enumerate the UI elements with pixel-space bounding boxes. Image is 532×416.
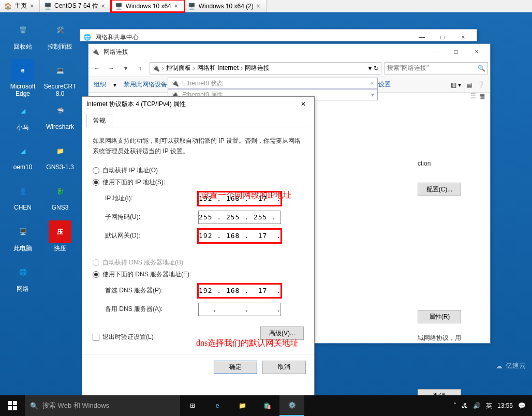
window-network-sharing-center: 🌐 网络和共享中心 — □ × xyxy=(80,29,477,41)
chevron-down-icon[interactable]: ▾ xyxy=(371,91,374,98)
checkbox-icon xyxy=(93,334,99,340)
desktop-icon-edge[interactable]: eMicrosoft Edge xyxy=(4,59,41,99)
radio-auto-ip[interactable]: 自动获得 IP 地址(O) xyxy=(93,166,304,175)
window-title: 网络连接 xyxy=(102,48,425,56)
breadcrumb-item[interactable]: 控制面板 xyxy=(166,64,191,72)
minimize-button[interactable]: — xyxy=(411,30,432,44)
organize-menu[interactable]: 组织 xyxy=(94,80,106,89)
desktop-icon-control[interactable]: 🛠️控制面板 xyxy=(41,19,79,59)
dns1-input[interactable] xyxy=(198,284,281,298)
gateway-label: 默认网关(D): xyxy=(105,231,198,240)
desktop-icon-oem10[interactable]: ◢oem10 xyxy=(4,140,41,180)
description-text: 域网络协议，用 xyxy=(418,334,485,343)
window-title: 网络和共享中心 xyxy=(94,33,411,42)
icons-view-icon[interactable]: ▦ xyxy=(479,93,485,100)
details-view-icon[interactable]: ☰ xyxy=(470,93,476,100)
icon-label: Wireshark xyxy=(46,123,74,130)
tab-general[interactable]: 常规 xyxy=(86,114,112,127)
desktop-icon-gns3v[interactable]: 📁GNS3-1.3 xyxy=(41,140,79,180)
configure-button[interactable]: 配置(C)... xyxy=(418,183,461,196)
up-button[interactable]: ↑ xyxy=(134,62,146,75)
app-icon: ◢ xyxy=(11,140,34,162)
text-fragment: ction xyxy=(418,160,485,167)
close-icon[interactable]: × xyxy=(371,80,374,87)
task-view-button[interactable]: ⊞ xyxy=(180,395,205,416)
close-icon[interactable]: × xyxy=(30,3,36,9)
svg-rect-2 xyxy=(8,406,12,410)
window-ethernet-status[interactable]: 🔌 Ethernet0 状态 × xyxy=(168,78,378,89)
radio-manual-dns[interactable]: 使用下面的 DNS 服务器地址(E): xyxy=(93,270,304,279)
desktop-icon-chen[interactable]: 👤CHEN xyxy=(4,180,41,220)
volume-tray-icon[interactable]: 🔊 xyxy=(473,402,481,409)
dialog-title: Internet 协议版本 4 (TCP/IPv4) 属性 xyxy=(86,100,186,109)
close-icon[interactable]: × xyxy=(257,3,263,9)
store-taskbar-icon[interactable]: 🛍️ xyxy=(255,395,279,416)
forward-button[interactable]: → xyxy=(105,62,117,75)
close-button[interactable]: ✕ xyxy=(297,98,310,110)
minimize-button[interactable]: — xyxy=(425,44,446,59)
desktop-icon-securecrt[interactable]: 💻SecureCRT 8.0 xyxy=(41,59,79,99)
vm-tab-win10-2[interactable]: 🖥️ Windows 10 x64 (2) × xyxy=(184,0,267,12)
close-button[interactable]: × xyxy=(453,30,474,44)
breadcrumb-item[interactable]: 网络连接 xyxy=(245,64,270,72)
subnet-mask-input[interactable] xyxy=(198,211,281,224)
control-panel-icon: 🛠️ xyxy=(49,19,71,41)
desktop-icon-kuaiya[interactable]: 压快压 xyxy=(41,220,79,261)
close-icon[interactable]: × xyxy=(101,3,108,9)
desktop-icon-thispc[interactable]: 🖥️此电脑 xyxy=(4,220,41,261)
edge-taskbar-icon[interactable]: e xyxy=(205,395,230,416)
vm-icon: 🖥️ xyxy=(115,3,123,10)
breadcrumb-item[interactable]: 网络和 Internet xyxy=(197,64,239,72)
taskbar-search[interactable]: 🔍 搜索 Web 和 Windows xyxy=(25,395,180,416)
dns2-label: 备用 DNS 服务器(A): xyxy=(105,305,198,314)
description-text: 如果网络支持此功能，则可以获取自动指派的 IP 设置。否则，你需要从网络系统管理… xyxy=(93,136,304,157)
close-icon[interactable]: × xyxy=(174,3,181,9)
clock[interactable]: 13:55 xyxy=(497,402,513,409)
dialog-button-bar: 确定 取消 xyxy=(82,354,314,380)
breadcrumb[interactable]: 🔌 › 控制面板 › 网络和 Internet › 网络连接 ▾ ↻ xyxy=(150,62,381,75)
desktop-icon-recycle[interactable]: 🗑️回收站 xyxy=(4,19,41,59)
desktop-icon-grid: 🗑️回收站 🛠️控制面板 eMicrosoft Edge 💻SecureCRT … xyxy=(4,19,79,301)
radio-auto-dns: 自动获得 DNS 服务器地址(B) xyxy=(93,258,304,267)
radio-icon xyxy=(93,167,99,174)
desktop-icon-wireshark[interactable]: 🦈Wireshark xyxy=(41,99,79,140)
desktop-icon-gns3[interactable]: 🐉GNS3 xyxy=(41,180,79,220)
recent-button[interactable]: ▾ xyxy=(120,62,132,75)
properties-button[interactable]: 属性(R) xyxy=(418,310,461,323)
network-tray-icon[interactable]: 🖧 xyxy=(462,402,468,409)
dns2-input[interactable] xyxy=(198,303,281,316)
chevron-down-icon[interactable]: ▾ xyxy=(368,65,372,72)
file-explorer-taskbar-icon[interactable]: 📁 xyxy=(230,395,255,416)
vm-tab-win10[interactable]: 🖥️ Windows 10 x64 × xyxy=(111,0,184,12)
radio-icon xyxy=(93,259,99,266)
validate-on-exit-checkbox[interactable]: 退出时验证设置(L) xyxy=(93,333,154,341)
radio-label: 使用下面的 IP 地址(S): xyxy=(102,178,165,187)
radio-label: 自动获得 DNS 服务器地址(B) xyxy=(102,258,183,267)
tray-chevron-icon[interactable]: ˄ xyxy=(453,402,456,409)
maximize-button[interactable]: □ xyxy=(432,30,453,44)
ime-tray-icon[interactable]: 英 xyxy=(486,402,492,410)
desktop-icon-xiaoma[interactable]: ◢小马 xyxy=(4,99,41,140)
annotation-dns-note: dns选择我们的默认网关地址 xyxy=(196,338,299,349)
view-switch[interactable]: ☰ ▦ xyxy=(470,93,485,100)
desktop-icon-network[interactable]: 🌐网络 xyxy=(4,261,41,301)
view-dropdown-icon[interactable]: ▥ ▾ xyxy=(451,81,461,88)
refresh-icon[interactable]: ↻ xyxy=(374,65,379,72)
network-icon: 🌐 xyxy=(83,34,91,41)
vm-tab-centos[interactable]: 🖥️ CentOS 7 64 位 × xyxy=(40,0,111,12)
maximize-button[interactable]: □ xyxy=(446,44,466,59)
cancel-button[interactable]: 取消 xyxy=(262,361,306,374)
disable-device-button[interactable]: 禁用此网络设备 xyxy=(124,80,167,89)
preview-pane-icon[interactable]: ▤ xyxy=(466,81,472,88)
settings-taskbar-icon[interactable]: ⚙️ xyxy=(279,395,304,416)
close-button[interactable]: × xyxy=(466,44,487,59)
start-button[interactable] xyxy=(0,395,25,416)
radio-manual-ip[interactable]: 使用下面的 IP 地址(S): xyxy=(93,178,304,187)
gateway-input[interactable] xyxy=(198,229,281,243)
vm-tab-home[interactable]: 🏠 主页 × xyxy=(0,0,40,12)
ok-button[interactable]: 确定 xyxy=(214,361,257,374)
back-button[interactable]: ← xyxy=(91,62,103,75)
search-input[interactable]: 搜索"网络连接" 🔍 xyxy=(385,62,488,75)
action-center-icon[interactable]: 💬 xyxy=(518,402,526,409)
help-icon[interactable]: ❔ xyxy=(477,81,485,88)
